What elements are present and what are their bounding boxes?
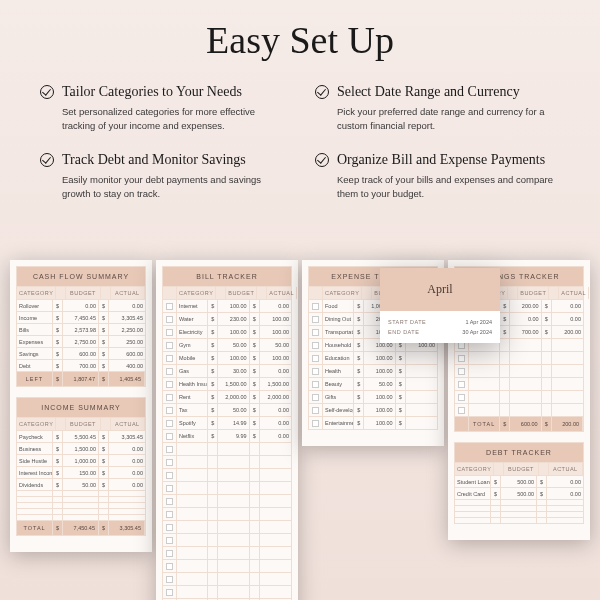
checkbox-icon[interactable] bbox=[163, 495, 177, 507]
table-row bbox=[162, 573, 292, 586]
checkbox-icon[interactable] bbox=[163, 430, 177, 442]
total-label: TOTAL bbox=[17, 521, 53, 535]
table-row: Credit Card $500.00 $0.00 bbox=[454, 488, 584, 500]
checkbox-icon[interactable] bbox=[163, 456, 177, 468]
total-actual: 3,305.45 bbox=[109, 521, 145, 535]
total-label: TOTAL bbox=[469, 417, 500, 431]
checkbox-icon[interactable] bbox=[309, 300, 323, 312]
checkbox-icon[interactable] bbox=[455, 352, 469, 364]
col-actual: ACTUAL bbox=[111, 418, 145, 430]
table-row: Business $1,500.00 $0.00 bbox=[16, 443, 146, 455]
checkbox-icon[interactable] bbox=[309, 391, 323, 403]
table-row: Internet $100.00 $0.00 bbox=[162, 300, 292, 313]
check-circle-icon bbox=[315, 85, 329, 99]
col-actual: ACTUAL bbox=[559, 287, 589, 299]
debt-tracker-panel: DEBT TRACKER CATEGORY BUDGET ACTUAL Stud… bbox=[454, 442, 584, 524]
checkbox-icon[interactable] bbox=[163, 378, 177, 390]
checkbox-icon[interactable] bbox=[163, 521, 177, 533]
checkbox-icon[interactable] bbox=[163, 560, 177, 572]
col-actual: ACTUAL bbox=[111, 287, 145, 299]
table-row: Beauty $50.00 $ bbox=[308, 378, 438, 391]
checkbox-icon[interactable] bbox=[455, 365, 469, 377]
feature-title: Organize Bill and Expense Payments bbox=[337, 152, 545, 168]
col-budget: BUDGET bbox=[518, 287, 549, 299]
table-row bbox=[162, 469, 292, 482]
checkbox-icon[interactable] bbox=[309, 352, 323, 364]
panel-title: INCOME SUMMARY bbox=[16, 397, 146, 418]
table-row: Income $7,450.45 $3,305.45 bbox=[16, 312, 146, 324]
checkbox-icon[interactable] bbox=[309, 326, 323, 338]
total-budget: 7,450.45 bbox=[63, 521, 99, 535]
table-row: Debt $700.00 $400.00 bbox=[16, 360, 146, 372]
table-row: Dividends $50.00 $0.00 bbox=[16, 479, 146, 491]
table-row: Student Loan $500.00 $0.00 bbox=[454, 476, 584, 488]
feature-desc: Easily monitor your debt payments and sa… bbox=[40, 173, 285, 202]
col-budget: BUDGET bbox=[226, 287, 257, 299]
checkbox-icon[interactable] bbox=[163, 391, 177, 403]
table-row bbox=[162, 586, 292, 599]
table-row bbox=[454, 365, 584, 378]
checkbox-icon[interactable] bbox=[309, 417, 323, 429]
checkbox-icon[interactable] bbox=[163, 547, 177, 559]
checkbox-icon[interactable] bbox=[163, 339, 177, 351]
checkbox-icon[interactable] bbox=[163, 508, 177, 520]
feature-item: Select Date Range and Currency Pick your… bbox=[315, 84, 560, 134]
checkbox-icon[interactable] bbox=[163, 469, 177, 481]
start-date-label: START DATE bbox=[388, 319, 426, 325]
col-budget: BUDGET bbox=[504, 463, 538, 475]
table-row: Savings $600.00 $600.00 bbox=[16, 348, 146, 360]
panel-title: BILL TRACKER bbox=[162, 266, 292, 287]
checkbox-icon[interactable] bbox=[163, 313, 177, 325]
checkbox-icon[interactable] bbox=[309, 404, 323, 416]
checkbox-icon[interactable] bbox=[309, 339, 323, 351]
feature-desc: Set personalized categories for more eff… bbox=[40, 105, 285, 134]
table-row bbox=[162, 534, 292, 547]
feature-item: Tailor Categories to Your Needs Set pers… bbox=[40, 84, 285, 134]
col-category: CATEGORY bbox=[177, 287, 216, 299]
checkbox-icon[interactable] bbox=[163, 365, 177, 377]
callout-month: April bbox=[380, 268, 500, 311]
checkbox-icon[interactable] bbox=[309, 365, 323, 377]
checkbox-icon[interactable] bbox=[163, 404, 177, 416]
checkbox-icon[interactable] bbox=[163, 352, 177, 364]
checkbox-icon[interactable] bbox=[455, 404, 469, 416]
table-row: Netflix $9.99 $0.00 bbox=[162, 430, 292, 443]
checkbox-icon[interactable] bbox=[163, 326, 177, 338]
table-row bbox=[162, 508, 292, 521]
checkbox-icon[interactable] bbox=[163, 300, 177, 312]
end-date-value: 30 Apr 2024 bbox=[462, 329, 492, 335]
table-row: Spotify $14.99 $0.00 bbox=[162, 417, 292, 430]
checkbox-icon[interactable] bbox=[455, 378, 469, 390]
total-budget: 600.00 bbox=[510, 417, 541, 431]
checkbox-icon[interactable] bbox=[163, 534, 177, 546]
table-row: Paycheck $5,500.45 $3,305.45 bbox=[16, 431, 146, 443]
feature-item: Track Debt and Monitor Savings Easily mo… bbox=[40, 152, 285, 202]
table-row: Self-development $100.00 $ bbox=[308, 404, 438, 417]
income-summary-panel: INCOME SUMMARY CATEGORY BUDGET ACTUAL Pa… bbox=[16, 397, 146, 536]
checkbox-icon[interactable] bbox=[455, 391, 469, 403]
table-row: Expenses $2,750.00 $250.00 bbox=[16, 336, 146, 348]
checkbox-icon[interactable] bbox=[163, 573, 177, 585]
feature-desc: Keep track of your bills and expenses an… bbox=[315, 173, 560, 202]
feature-title: Track Debt and Monitor Savings bbox=[62, 152, 246, 168]
checkbox-icon[interactable] bbox=[163, 443, 177, 455]
checkbox-icon[interactable] bbox=[309, 313, 323, 325]
table-row bbox=[162, 560, 292, 573]
checkbox-icon[interactable] bbox=[163, 417, 177, 429]
table-row bbox=[454, 378, 584, 391]
check-circle-icon bbox=[315, 153, 329, 167]
end-date-label: END DATE bbox=[388, 329, 419, 335]
table-row: Gas $30.00 $0.00 bbox=[162, 365, 292, 378]
col-actual: ACTUAL bbox=[549, 463, 583, 475]
table-row: Gifts $100.00 $ bbox=[308, 391, 438, 404]
page-title: Easy Set Up bbox=[0, 0, 600, 84]
checkbox-icon[interactable] bbox=[163, 586, 177, 598]
table-row: Rent $2,000.00 $2,000.00 bbox=[162, 391, 292, 404]
col-category: CATEGORY bbox=[17, 287, 56, 299]
checkbox-icon[interactable] bbox=[309, 378, 323, 390]
table-row: Health $100.00 $ bbox=[308, 365, 438, 378]
left-budget: 1,807.47 bbox=[63, 372, 99, 386]
feature-item: Organize Bill and Expense Payments Keep … bbox=[315, 152, 560, 202]
checkbox-icon[interactable] bbox=[163, 482, 177, 494]
col-budget: BUDGET bbox=[66, 287, 100, 299]
